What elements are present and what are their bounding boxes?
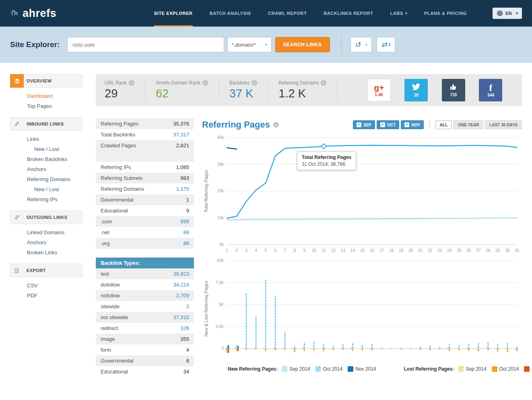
sidebar-header-export: EXPORT bbox=[10, 264, 82, 277]
sidebar-item-anchors[interactable]: Anchors bbox=[10, 164, 82, 174]
stat-value: 9 bbox=[186, 208, 189, 214]
month-toggle-label: SEP bbox=[363, 123, 371, 127]
checkbox-checked-icon: ✓ bbox=[380, 122, 385, 127]
chart-tooltip: Total Referring Pages 11 Oct 2014: 36,76… bbox=[297, 151, 356, 170]
stat-value[interactable]: 36,923 bbox=[173, 271, 189, 277]
sidebar-item-linked-domains[interactable]: Linked Domains bbox=[10, 227, 82, 237]
legend-item-lost-nov-2014: Nov 2014 bbox=[524, 366, 532, 372]
legend-item-lost-oct-2014: Oct 2014 bbox=[492, 366, 519, 372]
range-button-one-year[interactable]: ONE YEAR bbox=[454, 120, 483, 129]
stat-value[interactable]: 89 bbox=[184, 229, 189, 235]
social-count: 20 bbox=[414, 93, 419, 97]
svg-text:14: 14 bbox=[351, 248, 355, 253]
nav-item-batch-analysis[interactable]: BATCH ANALYSIS bbox=[210, 0, 251, 27]
stat-value[interactable]: 86 bbox=[184, 240, 189, 246]
stat-label: image bbox=[101, 336, 115, 342]
stat-value[interactable]: 1,175 bbox=[176, 186, 189, 192]
mode-select[interactable]: *.domain/* ▾ bbox=[227, 37, 272, 52]
range-buttons: ALLONE YEARLAST 30 DAYS bbox=[435, 120, 522, 129]
facebook-icon: f bbox=[489, 83, 493, 93]
sidebar-section-export: EXPORTCSVPDF bbox=[10, 264, 82, 301]
month-toggle-sep[interactable]: ✓SEP bbox=[353, 120, 375, 129]
line-chart[interactable]: 0k10k20k30k40k12345678910111213141516171… bbox=[202, 134, 522, 257]
sidebar-items: CSVPDF bbox=[10, 277, 82, 301]
nav-item-backlinks-report[interactable]: BACKLINKS REPORT bbox=[324, 0, 373, 27]
backlink-types-table: Backlink Types: text36,923dofollow34,214… bbox=[96, 258, 194, 377]
legend-group-lost: Lost Referring Pages:Sep 2014Oct 2014Nov… bbox=[404, 366, 532, 372]
sidebar-header-label: EXPORT bbox=[27, 268, 46, 273]
stat-value[interactable]: 37,317 bbox=[173, 132, 189, 138]
ahrefs-logo[interactable]: ahrefs bbox=[10, 7, 56, 20]
stat-value[interactable]: 326 bbox=[180, 325, 189, 331]
stat-label: form bbox=[101, 347, 111, 353]
sidebar-item-new-lost[interactable]: New / Lost bbox=[10, 144, 82, 154]
nav-item-site-explorer[interactable]: SITE EXPLORER bbox=[154, 0, 193, 27]
sidebar-item-anchors[interactable]: Anchors bbox=[10, 237, 82, 247]
language-selector[interactable]: EN ▾ bbox=[493, 8, 522, 19]
month-toggle-nov[interactable]: ✓NOV bbox=[401, 120, 424, 129]
metric-url-rank: URL Ranki29 bbox=[105, 79, 145, 101]
sidebar-header-label: INBOUND LINKS bbox=[27, 122, 64, 126]
range-button-all[interactable]: ALL bbox=[435, 120, 452, 129]
nav-item-plans-pricing[interactable]: PLANS & PRICING bbox=[424, 0, 467, 27]
stat-label: Referring IPs bbox=[101, 164, 131, 170]
stat-row-net: .net89 bbox=[96, 227, 194, 238]
stat-value[interactable]: 37,315 bbox=[173, 314, 189, 320]
sidebar-item-broken-backlinks[interactable]: Broken Backlinks bbox=[10, 154, 82, 164]
sidebar-item-new-lost[interactable]: New / Lost bbox=[10, 184, 82, 194]
chart-title: Referring Pages bbox=[202, 120, 270, 130]
nav-item-labs[interactable]: LABS▾ bbox=[390, 0, 407, 27]
legend-group-label: New Referring Pages: bbox=[228, 366, 278, 372]
google-plus-tile[interactable]: g+1.4K bbox=[367, 79, 391, 101]
compare-button[interactable]: ⇄$ bbox=[377, 37, 395, 52]
sidebar-item-dashboard[interactable]: Dashboard bbox=[10, 91, 82, 101]
history-button[interactable]: ↺ ▾ bbox=[351, 37, 372, 52]
info-icon[interactable]: i bbox=[129, 80, 134, 86]
metric-value: 62 bbox=[156, 87, 208, 100]
stat-label: .com bbox=[101, 219, 112, 225]
sidebar-item-links[interactable]: Links bbox=[10, 134, 82, 144]
search-links-button[interactable]: SEARCH LINKS bbox=[275, 37, 330, 52]
sidebar-item-referring-domains[interactable]: Referring Domains bbox=[10, 174, 82, 184]
twitter-icon bbox=[412, 83, 421, 93]
stats-column: Referring Pages35,376Total Backlinks37,3… bbox=[96, 118, 194, 377]
stat-value[interactable]: 2,709 bbox=[176, 293, 189, 299]
svg-text:13: 13 bbox=[341, 248, 346, 253]
sidebar-item-broken-links[interactable]: Broken Links bbox=[10, 247, 82, 258]
legend-group-label: Lost Referring Pages: bbox=[404, 366, 454, 372]
stat-row-governmental: Governmental6 bbox=[96, 355, 194, 366]
metric-value[interactable]: 1.2 K bbox=[278, 87, 326, 100]
chevron-down-icon: ▾ bbox=[365, 43, 367, 47]
twitter-tile[interactable]: 20 bbox=[404, 79, 428, 101]
dollar-icon: $ bbox=[388, 43, 390, 47]
nav-item-crawl-report[interactable]: CRAWL REPORT bbox=[268, 0, 307, 27]
stat-value[interactable]: 2 bbox=[186, 303, 189, 309]
stat-value: 34 bbox=[184, 369, 189, 375]
nav-item-label: CRAWL REPORT bbox=[268, 11, 307, 16]
stat-value[interactable]: 34,214 bbox=[173, 282, 189, 288]
legend-group-new: New Referring Pages:Sep 2014Oct 2014Nov … bbox=[228, 366, 381, 372]
month-toggle-oct[interactable]: ✓OCT bbox=[377, 120, 399, 129]
search-input[interactable]: ■■■■■ .com bbox=[67, 37, 224, 52]
range-button-last-30-days[interactable]: LAST 30 DAYS bbox=[485, 120, 522, 129]
facebook-tile[interactable]: f344 bbox=[479, 79, 502, 101]
bar-chart[interactable]: 02.5K5K7.5K10KNew & Lost Referring Pages bbox=[202, 258, 522, 361]
metric-value[interactable]: 37 K bbox=[229, 87, 258, 100]
sidebar-item-top-pages[interactable]: Top Pages bbox=[10, 101, 82, 111]
svg-text:30k: 30k bbox=[217, 162, 224, 167]
stat-value[interactable]: 599 bbox=[180, 219, 189, 225]
sidebar-item-referring-ips[interactable]: Referring IPs bbox=[10, 194, 82, 204]
sidebar-item-pdf[interactable]: PDF bbox=[10, 291, 82, 301]
likes-tile[interactable]: 715 bbox=[442, 79, 465, 101]
stat-row-dofollow: dofollow34,214 bbox=[96, 279, 194, 290]
sidebar-item-csv[interactable]: CSV bbox=[10, 280, 82, 291]
info-icon[interactable]: i bbox=[321, 80, 326, 86]
svg-text:30: 30 bbox=[505, 248, 510, 253]
info-icon[interactable]: i bbox=[273, 122, 279, 128]
ahrefs-logo-text: ahrefs bbox=[23, 7, 56, 20]
stat-row-referring-pages: Referring Pages35,376 bbox=[96, 118, 194, 129]
info-icon[interactable]: i bbox=[202, 80, 208, 86]
legend-swatch bbox=[458, 366, 464, 372]
stat-label: Referring Domains bbox=[101, 186, 144, 192]
info-icon[interactable]: i bbox=[252, 80, 257, 86]
